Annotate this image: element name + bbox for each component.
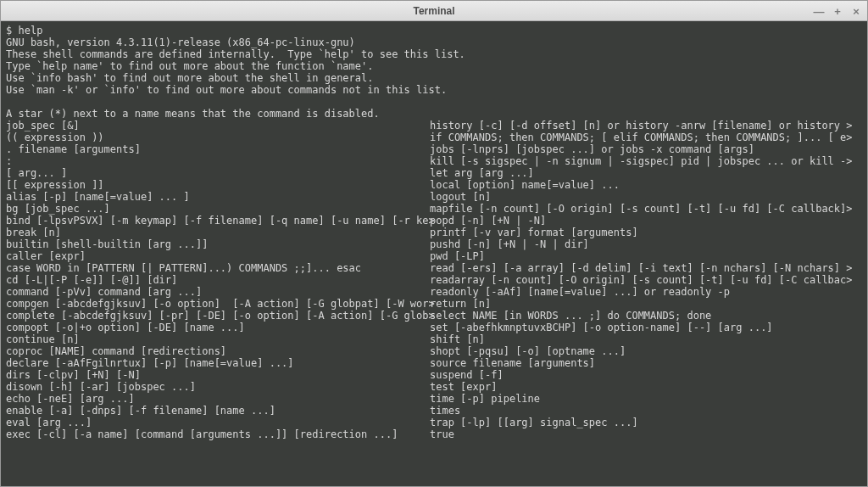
maximize-button[interactable]: + [832, 5, 843, 18]
terminal-window: Terminal — + × $ help GNU bash, version … [0, 0, 868, 487]
close-button[interactable]: × [850, 5, 862, 18]
window-title: Terminal [413, 5, 454, 17]
terminal-body[interactable]: $ help GNU bash, version 4.3.11(1)-relea… [1, 21, 867, 486]
window-controls: — + × [813, 1, 862, 21]
help-header: GNU bash, version 4.3.11(1)-release (x86… [6, 36, 465, 120]
help-columns: job_spec [&] (( expression )) . filename… [6, 120, 862, 440]
command-typed: help [18, 25, 42, 36]
help-col-left: job_spec [&] (( expression )) . filename… [6, 120, 430, 440]
minimize-button[interactable]: — [813, 5, 825, 18]
titlebar[interactable]: Terminal — + × [1, 1, 867, 21]
help-col-right: history [-c] [-d offset] [n] or history … [430, 120, 862, 440]
prompt: $ [6, 25, 18, 36]
